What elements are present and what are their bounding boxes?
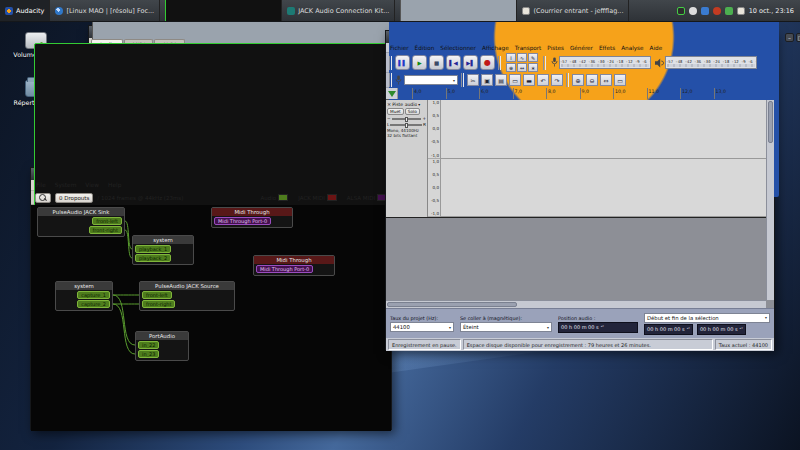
menu-help[interactable]: Help: [108, 182, 121, 188]
selection-tool[interactable]: I: [506, 53, 516, 62]
gain-slider[interactable]: − +: [387, 116, 426, 121]
record-button[interactable]: ●: [480, 55, 495, 70]
menu-analyse[interactable]: Analyse: [621, 45, 643, 51]
menu-view[interactable]: View: [85, 182, 99, 188]
task-browser[interactable]: [Linux MAO | [résolu] Foc...: [50, 0, 160, 21]
menu-pistes[interactable]: Pistes: [547, 45, 564, 51]
clock[interactable]: 10 oct., 23:16: [749, 7, 794, 15]
node-system-playback[interactable]: system playback_1 playback_2: [132, 235, 194, 265]
track-menu-icon[interactable]: ▾: [418, 102, 420, 107]
timeline-ruler[interactable]: 4,0 5,0 6,0 7,0 8,0 9,0 10,0 11,0 12,0 1…: [386, 88, 774, 100]
selection-end-field[interactable]: 00 h 00 m 00 s▴▾: [697, 324, 746, 335]
skip-end-button[interactable]: ▶▌: [463, 55, 478, 70]
qjackctl-titlebar[interactable]: Connexions - Kit de Connexion Audio JACK…: [89, 26, 389, 38]
volume-icon[interactable]: [689, 7, 697, 15]
track-name[interactable]: Piste audio: [392, 102, 417, 107]
redo-button[interactable]: ↷: [551, 74, 563, 86]
timeline-options-button[interactable]: [386, 88, 398, 99]
spinner-icon[interactable]: ▴▾: [740, 327, 743, 330]
dropouts-button[interactable]: 0 Dropouts: [55, 193, 93, 203]
toolbar-grip[interactable]: [389, 73, 392, 87]
mute-button[interactable]: Muet: [387, 108, 404, 115]
minimize-icon[interactable]: –: [785, 33, 794, 42]
audio-port[interactable]: in_23: [138, 350, 159, 358]
zoom-tool[interactable]: ⊕: [506, 63, 516, 72]
silence-button[interactable]: ▬: [523, 74, 535, 86]
audio-port[interactable]: capture_1: [77, 291, 110, 299]
menu-transport[interactable]: Transport: [515, 45, 542, 51]
copy-button[interactable]: ▣: [481, 74, 493, 86]
track-close-icon[interactable]: ×: [387, 101, 391, 107]
audio-port[interactable]: capture_2: [77, 300, 110, 308]
menu-system[interactable]: System: [55, 182, 77, 188]
audacity-titlebar[interactable]: Audacity – □ ×: [386, 31, 774, 43]
toolbar-grip[interactable]: [461, 73, 464, 87]
task-jack[interactable]: JACK Audio Connection Kit...: [282, 0, 395, 21]
spinner-icon[interactable]: ▴▾: [687, 327, 690, 330]
toolbar-grip[interactable]: [566, 73, 569, 87]
undo-button[interactable]: ↶: [537, 74, 549, 86]
audio-port[interactable]: front-right: [89, 226, 122, 234]
notification-icon[interactable]: [713, 7, 721, 15]
stop-button[interactable]: ■: [429, 55, 444, 70]
menu-affichage[interactable]: Affichage: [482, 45, 509, 51]
vertical-scrollbar[interactable]: [766, 100, 774, 300]
project-rate-combo[interactable]: 44100▾: [390, 322, 454, 332]
horizontal-scrollbar[interactable]: [386, 300, 766, 308]
trim-button[interactable]: ▭: [509, 74, 521, 86]
skip-start-button[interactable]: ▌◀: [446, 55, 461, 70]
node-midi-through-2[interactable]: Midi Through Midi Through Port-0: [253, 255, 335, 276]
node-portaudio[interactable]: PortAudio in_22 in_23: [135, 331, 189, 361]
menu-edition[interactable]: Édition: [415, 45, 435, 51]
task-patchage[interactable]: Patchage: [160, 0, 282, 21]
gain-thumb[interactable]: [405, 117, 408, 122]
recording-device-combo[interactable]: ▾: [404, 75, 458, 85]
paste-button[interactable]: ▤: [495, 74, 507, 86]
playback-meter[interactable]: -57 -48 -42 -36 -30 -24 -18 -12 -9 -6 -3…: [655, 56, 757, 69]
zoom-selection-button[interactable]: ⇔: [600, 74, 612, 86]
spinner-icon[interactable]: ▴▾: [601, 325, 604, 328]
clipboard-icon[interactable]: [737, 7, 745, 15]
scrollbar-thumb[interactable]: [768, 101, 773, 143]
zoom-tool-button[interactable]: [35, 193, 51, 203]
pan-slider[interactable]: L R: [387, 122, 426, 127]
menu-fichier[interactable]: Fichier: [390, 45, 409, 51]
zoom-fit-button[interactable]: ▭: [614, 74, 626, 86]
node-pulseaudio-sink[interactable]: PulseAudio JACK Sink front-left front-ri…: [37, 207, 125, 237]
midi-port[interactable]: Midi Through Port-0: [214, 217, 271, 225]
pause-button[interactable]: ▌▌: [395, 55, 410, 70]
toolbar-grip[interactable]: [498, 56, 501, 70]
menu-file[interactable]: File: [36, 182, 46, 188]
node-midi-through-1[interactable]: Midi Through Midi Through Port-0: [211, 207, 293, 228]
cut-button[interactable]: ✂: [467, 74, 479, 86]
task-audacity[interactable]: Audacity: [0, 0, 50, 21]
audio-port[interactable]: playback_1: [135, 245, 171, 253]
audio-port[interactable]: front-right: [142, 300, 175, 308]
snap-combo[interactable]: Éteint▾: [460, 322, 552, 332]
selection-start-field[interactable]: 00 h 00 m 00 s▴▾: [644, 324, 693, 335]
timeshift-tool[interactable]: ↔: [517, 63, 527, 72]
audio-port[interactable]: front-left: [142, 291, 172, 299]
cpu-graph-icon[interactable]: [677, 7, 685, 15]
envelope-tool[interactable]: ∿: [517, 53, 527, 62]
node-system-capture[interactable]: system capture_1 capture_2: [55, 281, 113, 311]
multi-tool[interactable]: ∗: [528, 63, 538, 72]
waveform-channel[interactable]: [441, 159, 766, 218]
waveform-channel[interactable]: [441, 100, 766, 159]
recording-meter[interactable]: -57 -48 -42 -36 -30 -24 -18 -12 -9 -6 -3…: [551, 56, 651, 69]
task-mail[interactable]: (Courrier entrant - jeffflag...: [517, 0, 629, 21]
solo-button[interactable]: Solo: [405, 108, 420, 115]
node-pulseaudio-source[interactable]: PulseAudio JACK Source front-left front-…: [139, 281, 235, 311]
patchbay-canvas[interactable]: PulseAudio JACK Sink front-left front-ri…: [31, 205, 391, 431]
updates-icon[interactable]: [701, 7, 709, 15]
battery-icon[interactable]: [725, 7, 733, 15]
waveform-view[interactable]: [441, 100, 766, 217]
menu-selectionner[interactable]: Sélectionner: [440, 45, 476, 51]
play-button[interactable]: ▶: [412, 55, 427, 70]
pan-thumb[interactable]: [405, 123, 408, 128]
audio-position-field[interactable]: 00 h 00 m 00 s▴▾: [558, 322, 638, 333]
zoom-in-button[interactable]: ⊕: [572, 74, 584, 86]
menu-generer[interactable]: Générer: [570, 45, 593, 51]
toolbar-grip[interactable]: [389, 56, 392, 70]
menu-effets[interactable]: Effets: [599, 45, 615, 51]
